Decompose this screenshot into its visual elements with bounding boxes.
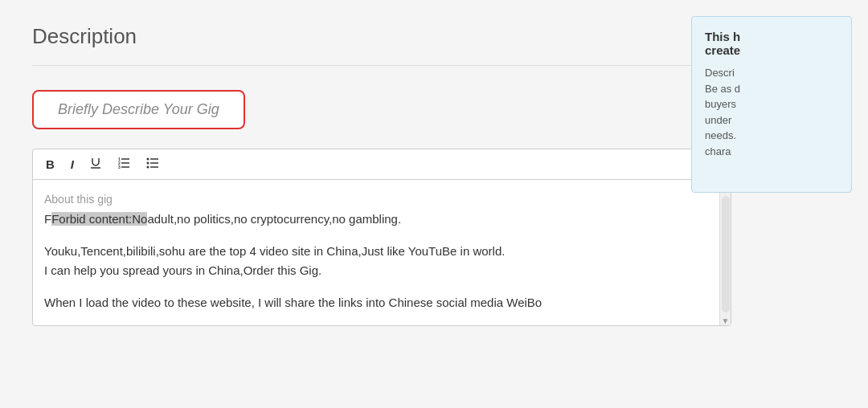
- gig-title-text: Briefly Describe Your Gig: [58, 101, 219, 117]
- editor-body[interactable]: About this gig FForbid content:Noadult,n…: [33, 180, 731, 325]
- editor-paragraph-2: When I load the video to these website, …: [44, 293, 719, 312]
- svg-point-10: [147, 158, 149, 161]
- scroll-track[interactable]: [722, 196, 730, 312]
- underline-button[interactable]: [87, 156, 104, 173]
- scroll-down-arrow[interactable]: ▼: [722, 316, 730, 325]
- highlighted-text: Forbid content:No: [51, 212, 147, 226]
- svg-point-12: [147, 166, 149, 169]
- editor-toolbar: B I 1 2 3: [33, 149, 731, 180]
- gig-title-box: Briefly Describe Your Gig: [32, 90, 245, 129]
- editor-paragraph-1: Youku,Tencent,bilibili,sohu are the top …: [44, 242, 719, 280]
- ordered-list-button[interactable]: 1 2 3: [114, 156, 133, 173]
- italic-button[interactable]: I: [68, 156, 77, 173]
- editor-line-1: FForbid content:Noadult,no politics,no c…: [44, 210, 719, 229]
- editor-container[interactable]: B I 1 2 3: [32, 149, 731, 326]
- bold-button[interactable]: B: [43, 156, 58, 173]
- sidebar-title: This hcreate: [705, 30, 838, 57]
- editor-label: About this gig: [44, 193, 719, 206]
- unordered-list-button[interactable]: [143, 156, 162, 173]
- sidebar-panel: This hcreate Descri Be as d buyers under…: [691, 16, 852, 193]
- editor-body-wrapper: About this gig FForbid content:Noadult,n…: [33, 180, 731, 325]
- sidebar-body: Descri Be as d buyers under needs. chara: [705, 65, 838, 159]
- svg-text:3: 3: [118, 165, 121, 169]
- scrollbar[interactable]: ▲ ▼: [719, 180, 731, 325]
- svg-point-11: [147, 162, 149, 165]
- editor-line1-rest: adult,no politics,no cryptocurrency,no g…: [147, 212, 401, 226]
